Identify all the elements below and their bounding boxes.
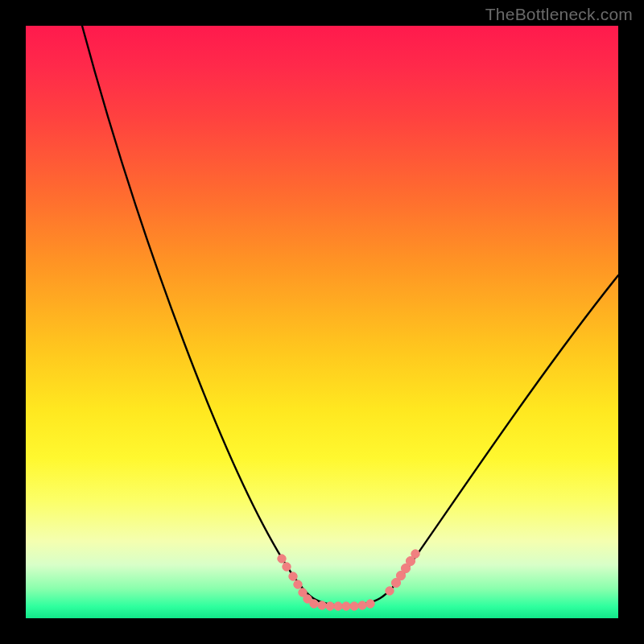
svg-point-1 (283, 563, 291, 571)
chart-frame: TheBottleneck.com (0, 0, 644, 644)
svg-point-8 (326, 602, 334, 610)
svg-point-6 (310, 600, 318, 608)
svg-point-3 (294, 580, 302, 588)
watermark-text: TheBottleneck.com (485, 5, 633, 24)
svg-point-12 (358, 601, 366, 609)
svg-point-10 (342, 602, 350, 610)
svg-point-9 (334, 602, 342, 610)
svg-point-14 (386, 587, 394, 595)
svg-point-13 (366, 600, 374, 608)
svg-point-11 (350, 602, 358, 610)
svg-point-7 (318, 601, 326, 609)
bottleneck-curve (26, 26, 618, 618)
svg-point-0 (278, 555, 286, 563)
svg-point-2 (289, 572, 297, 580)
svg-point-19 (411, 550, 419, 558)
plot-area (26, 26, 618, 618)
